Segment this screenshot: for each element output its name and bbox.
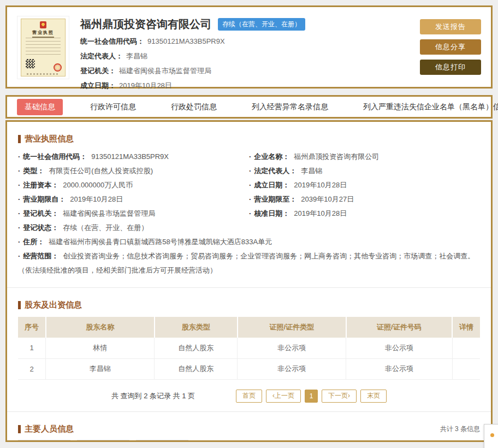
section-bar-icon [18,135,21,143]
share-info-button[interactable]: 信息分享 [420,39,481,55]
header-field-registry: 登记机关：福建省闽侯县市场监督管理局 [80,66,420,76]
section-bar-icon [18,425,21,433]
field-company-type: 类型：有限责任公司(自然人投资或控股) [18,164,249,178]
license-section-title: 营业执照信息 [18,134,480,144]
tab-basic-info[interactable]: 基础信息 [17,99,63,115]
table-row: 1 林情 自然人股东 非公示项 非公示项 [18,338,480,358]
field-company-name: 企业名称：福州鼎顶投资咨询有限公司 [249,150,480,164]
company-header-card: 营业执照 福州鼎顶投资咨询有限公司 存续（在营、开业、在册） 统一社会信用代码：… [5,5,493,89]
status-badge: 存续（在营、开业、在册） [218,18,305,31]
field-term-to: 营业期限至：2039年10月27日 [249,192,480,207]
tab-blacklist[interactable]: 列入严重违法失信企业名单（黑名单）信息 [355,99,498,115]
section-bar-icon [18,301,21,309]
national-emblem-icon [40,21,46,28]
pagination-first-button[interactable]: 首页 [236,390,262,403]
member-card: 林情 监事 [77,440,129,443]
license-qr-code [26,59,35,68]
member-card: 李昌锦 执行董事 [136,440,188,443]
company-name-title: 福州鼎顶投资咨询有限公司 [80,17,211,32]
records-summary: 共 查询到 2 条记录 共 1 页 [111,391,195,401]
field-registration-status: 登记状态：存续（在营、开业、在册） [18,221,249,235]
pagination: 首页 ‹上一页 1 下一页› 末页 [236,390,387,403]
tab-admin-license[interactable]: 行政许可信息 [82,99,144,115]
member-card: 李昌锦 经理 [18,440,70,443]
header-field-credit-code: 统一社会信用代码：91350121MA33B5PR9X [80,37,420,46]
pagination-prev-button[interactable]: ‹上一页 [266,390,301,403]
shareholders-section-title: 股东及出资信息 [18,300,480,310]
business-license-thumbnail[interactable]: 营业执照 [17,16,69,79]
field-business-scope: 经营范围：创业投资咨询业务；信息技术咨询服务；贸易咨询服务；企业管理咨询服务；网… [18,249,480,278]
license-red-seal [54,63,62,72]
field-registry-authority: 登记机关：福建省闽侯县市场监督管理局 [18,207,249,221]
content-card: 营业执照信息 统一社会信用代码：91350121MA33B5PR9X 类型：有限… [5,120,493,442]
license-thumb-title: 营业执照 [21,30,65,36]
header-field-legal-rep: 法定代表人：李昌锦 [80,51,420,61]
tab-bar: 基础信息 行政许可信息 行政处罚信息 列入经营异常名录信息 列入严重违法失信企业… [5,95,493,119]
field-founded-date: 成立日期：2019年10月28日 [249,178,480,192]
table-header-row: 序号 股东名称 股东类型 证照/证件类型 证照/证件号码 详情 [18,317,480,338]
members-section-title: 主要人员信息 [18,424,74,434]
field-credit-code: 统一社会信用代码：91350121MA33B5PR9X [18,150,249,164]
print-info-button[interactable]: 信息打印 [420,60,481,75]
field-registered-capital: 注册资本：2000.000000万人民币 [18,178,249,192]
license-certificate-image: 营业执照 [21,19,66,76]
table-row: 2 李昌锦 自然人股东 非公示项 非公示项 [18,358,480,379]
pagination-next-button[interactable]: 下一页› [322,390,357,403]
field-legal-rep: 法定代表人：李昌锦 [249,164,480,178]
shareholders-table: 序号 股东名称 股东类型 证照/证件类型 证照/证件号码 详情 1 林情 自然人… [18,317,480,380]
widget-dot-icon [490,433,494,437]
floating-widget[interactable] [484,424,498,448]
section-divider [7,287,491,288]
send-report-button[interactable]: 发送报告 [420,19,481,34]
members-count-text: 共计 3 条信息 [440,425,480,434]
tab-admin-penalty[interactable]: 行政处罚信息 [163,99,224,115]
tab-abnormal-operations[interactable]: 列入经营异常名录信息 [244,99,336,115]
pagination-last-button[interactable]: 末页 [360,390,387,403]
header-field-founded-date: 成立日期：2019年10月28日 [80,81,420,91]
field-approval-date: 核准日期：2019年10月28日 [249,207,480,221]
pagination-page-1-button[interactable]: 1 [305,390,318,403]
field-term-from: 营业期限自：2019年10月28日 [18,192,249,207]
field-address: 住所：福建省福州市闽侯县青口镇新城西路58号博雅星城凯锦大酒店833A单元 [18,235,480,249]
